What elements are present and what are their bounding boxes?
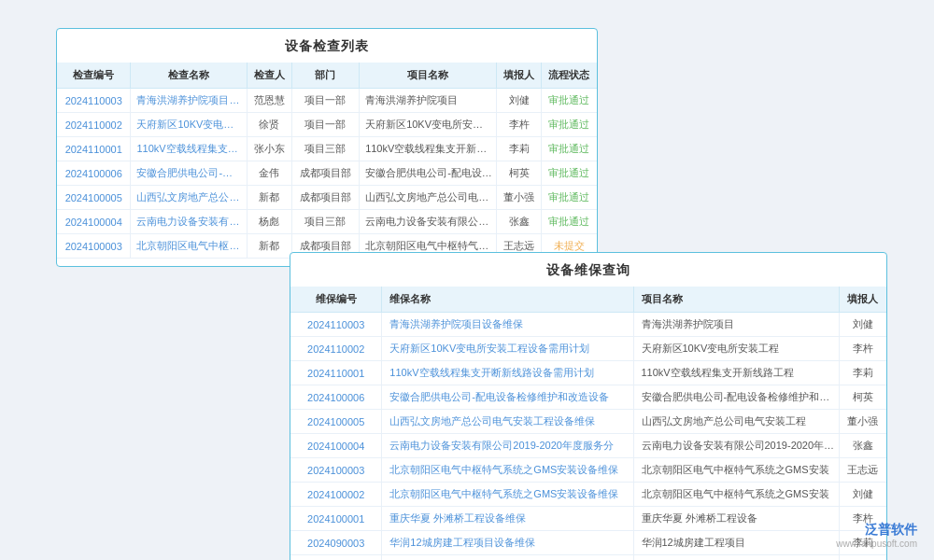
cell-name[interactable]: 北京朝阳区电气中枢特… (131, 234, 248, 259)
cell-maint-name[interactable]: 广厦高速设备维保 (382, 555, 633, 561)
cell-maint-name[interactable]: 北京朝阳区电气中枢特气系统之GMS安装设备维保 (382, 458, 633, 483)
maintenance-panel: 设备维保查询 维保编号 维保名称 项目名称 填报人 2024110003 青海洪… (290, 252, 887, 560)
cell-maint-name[interactable]: 北京朝阳区电气中枢特气系统之GMS安装设备维保 (382, 483, 633, 507)
cell-dept: 成都项目部 (291, 161, 360, 186)
table-row: 2024100006 安徽合肥供电公司-配电… 金伟 成都项目部 安徽合肥供电公… (57, 161, 597, 186)
cell-dept: 项目三部 (291, 210, 360, 234)
cell-maint-name[interactable]: 天府新区10KV变电所安装工程设备需用计划 (382, 337, 633, 361)
cell-maint-id[interactable]: 2024100006 (290, 385, 382, 410)
table-row: 2024100003 北京朝阳区电气中枢特气系统之GMS安装设备维保 北京朝阳区… (290, 458, 886, 483)
cell-maint-reporter: 李莉 (839, 361, 886, 385)
cell-status: 审批通过 (541, 89, 597, 113)
cell-maint-name[interactable]: 华润12城房建工程项目设备维保 (382, 531, 633, 555)
cell-inspector: 范恩慧 (248, 89, 292, 113)
inspection-table: 检查编号 检查名称 检查人 部门 项目名称 填报人 流程状态 202411000… (57, 63, 597, 259)
cell-maint-id[interactable]: 2024100003 (290, 458, 382, 483)
cell-maint-reporter: 刘健 (839, 483, 886, 507)
cell-dept: 成都项目部 (291, 186, 360, 210)
cell-maint-id[interactable]: 2024090003 (290, 531, 382, 555)
cell-id[interactable]: 2024110003 (57, 89, 131, 113)
cell-status: 审批通过 (541, 210, 597, 234)
cell-maint-project: 青海洪湖养护院项目 (633, 313, 839, 337)
cell-maint-name[interactable]: 110kV空载线程集支开断新线路设备需用计划 (382, 361, 633, 385)
cell-name[interactable]: 天府新区10KV变电所安… (131, 113, 248, 137)
inspection-panel: 设备检查列表 检查编号 检查名称 检查人 部门 项目名称 填报人 流程状态 20… (56, 28, 598, 267)
cell-reporter: 刘健 (497, 89, 542, 113)
cell-maint-id[interactable]: 2024100001 (290, 507, 382, 531)
cell-maint-project: 广厦高速 (633, 555, 839, 561)
col-maint-id: 维保编号 (290, 287, 382, 313)
table-row: 2024110002 天府新区10KV变电所安装工程设备需用计划 天府新区10K… (290, 337, 886, 361)
cell-name[interactable]: 云南电力设备安装有限… (131, 210, 248, 234)
maintenance-table: 维保编号 维保名称 项目名称 填报人 2024110003 青海洪湖养护院项目设… (290, 287, 886, 560)
cell-maint-id[interactable]: 2024110002 (290, 337, 382, 361)
cell-maint-project: 安徽合肥供电公司-配电设备检修维护和改造 (633, 385, 839, 410)
page-container: 设备检查列表 检查编号 检查名称 检查人 部门 项目名称 填报人 流程状态 20… (0, 0, 934, 560)
cell-status: 审批通过 (541, 113, 597, 137)
cell-maint-project: 天府新区10KV变电所安装工程 (633, 337, 839, 361)
cell-maint-id[interactable]: 2024100004 (290, 434, 382, 458)
maintenance-panel-title: 设备维保查询 (290, 253, 886, 287)
cell-dept: 项目一部 (291, 89, 360, 113)
cell-maint-name[interactable]: 青海洪湖养护院项目设备维保 (382, 313, 633, 337)
cell-dept: 项目一部 (291, 113, 360, 137)
cell-maint-project: 北京朝阳区电气中枢特气系统之GMS安装 (633, 458, 839, 483)
cell-id[interactable]: 2024100005 (57, 186, 131, 210)
logo-en: www.fanpusoft.com (836, 539, 917, 549)
cell-inspector: 金伟 (248, 161, 292, 186)
cell-maint-project: 北京朝阳区电气中枢特气系统之GMS安装 (633, 483, 839, 507)
col-inspector: 检查人 (248, 63, 292, 89)
cell-maint-id[interactable]: 2024090002 (290, 555, 382, 561)
cell-inspector: 徐贤 (248, 113, 292, 137)
cell-maint-name[interactable]: 安徽合肥供电公司-配电设备检修维护和改造设备 (382, 385, 633, 410)
cell-maint-project: 110kV空载线程集支开新线路工程 (633, 361, 839, 385)
cell-status: 审批通过 (541, 161, 597, 186)
cell-id[interactable]: 2024110002 (57, 113, 131, 137)
inspection-table-header: 检查编号 检查名称 检查人 部门 项目名称 填报人 流程状态 (57, 63, 597, 89)
cell-id[interactable]: 2024110001 (57, 137, 131, 161)
cell-name[interactable]: 青海洪湖养护院项目设… (131, 89, 248, 113)
cell-maint-reporter: 张鑫 (839, 434, 886, 458)
col-maint-project: 项目名称 (633, 287, 839, 313)
cell-maint-id[interactable]: 2024100005 (290, 410, 382, 434)
table-row: 2024090003 华润12城房建工程项目设备维保 华润12城房建工程项目 李… (290, 531, 886, 555)
cell-id[interactable]: 2024100004 (57, 210, 131, 234)
table-row: 2024100004 云南电力设备安装有限… 杨彪 项目三部 云南电力设备安装有… (57, 210, 597, 234)
cell-maint-project: 重庆华夏 外滩桥工程设备 (633, 507, 839, 531)
cell-maint-id[interactable]: 2024110003 (290, 313, 382, 337)
cell-name[interactable]: 山西弘文房地产总公司… (131, 186, 248, 210)
cell-dept: 项目三部 (291, 137, 360, 161)
cell-maint-reporter: 李杵 (839, 337, 886, 361)
cell-project: 110kV空载线程集支开新线路工程 (360, 137, 497, 161)
cell-status: 审批通过 (541, 137, 597, 161)
cell-reporter: 张鑫 (497, 210, 542, 234)
col-dept: 部门 (291, 63, 360, 89)
cell-maint-reporter: 刘健 (839, 313, 886, 337)
table-row: 2024110001 110kV空载线程集支开断… 张小东 项目三部 110kV… (57, 137, 597, 161)
cell-reporter: 董小强 (497, 186, 542, 210)
cell-name[interactable]: 110kV空载线程集支开断… (131, 137, 248, 161)
cell-maint-name[interactable]: 山西弘文房地产总公司电气安装工程设备维保 (382, 410, 633, 434)
table-row: 2024100002 北京朝阳区电气中枢特气系统之GMS安装设备维保 北京朝阳区… (290, 483, 886, 507)
cell-maint-reporter: 张鑫 (839, 555, 886, 561)
table-row: 2024110003 青海洪湖养护院项目设… 范恩慧 项目一部 青海洪湖养护院项… (57, 89, 597, 113)
col-inspection-id: 检查编号 (57, 63, 131, 89)
cell-id[interactable]: 2024100003 (57, 234, 131, 259)
cell-reporter: 李莉 (497, 137, 542, 161)
cell-maint-id[interactable]: 2024110001 (290, 361, 382, 385)
cell-name[interactable]: 安徽合肥供电公司-配电… (131, 161, 248, 186)
col-maint-name: 维保名称 (382, 287, 633, 313)
table-row: 2024100004 云南电力设备安装有限公司2019-2020年度服务分 云南… (290, 434, 886, 458)
table-row: 2024090002 广厦高速设备维保 广厦高速 张鑫 (290, 555, 886, 561)
col-maint-reporter: 填报人 (839, 287, 886, 313)
cell-maint-id[interactable]: 2024100002 (290, 483, 382, 507)
cell-maint-name[interactable]: 云南电力设备安装有限公司2019-2020年度服务分 (382, 434, 633, 458)
cell-maint-reporter: 柯英 (839, 385, 886, 410)
cell-id[interactable]: 2024100006 (57, 161, 131, 186)
cell-maint-name[interactable]: 重庆华夏 外滩桥工程设备维保 (382, 507, 633, 531)
table-row: 2024110003 青海洪湖养护院项目设备维保 青海洪湖养护院项目 刘健 (290, 313, 886, 337)
cell-maint-reporter: 董小强 (839, 410, 886, 434)
col-reporter: 填报人 (497, 63, 542, 89)
table-row: 2024100001 重庆华夏 外滩桥工程设备维保 重庆华夏 外滩桥工程设备 李… (290, 507, 886, 531)
table-row: 2024100005 山西弘文房地产总公司电气安装工程设备维保 山西弘文房地产总… (290, 410, 886, 434)
